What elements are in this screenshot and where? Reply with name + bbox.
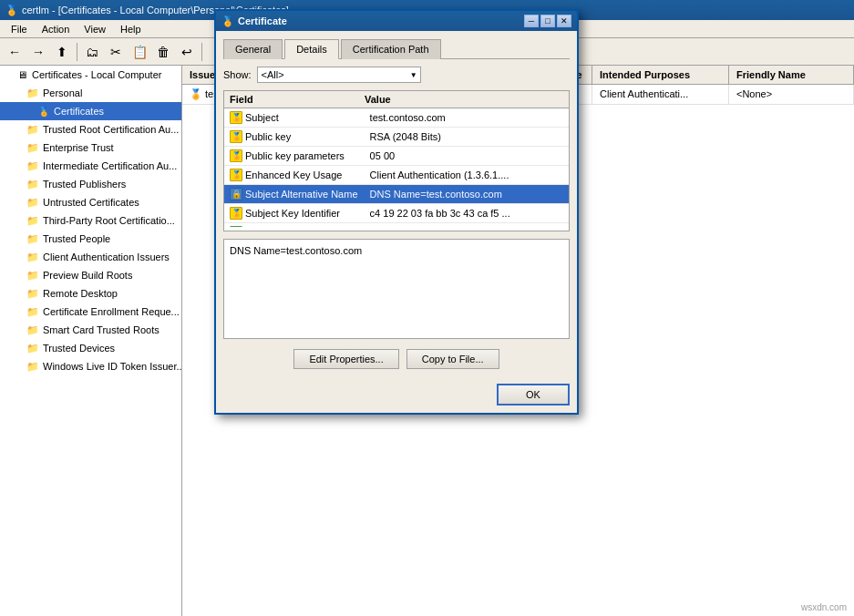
dialog-close-btn[interactable]: ✕ (557, 15, 571, 27)
details-row-eku[interactable]: 🏅 Enhanced Key Usage Client Authenticati… (224, 166, 569, 185)
dialog-title-bar: 🏅 Certificate ─ □ ✕ (216, 11, 577, 31)
field-column-header: Field (224, 91, 359, 108)
field-value-ski: c4 19 22 03 fa bb 3c 43 ca f5 ... (365, 204, 569, 222)
field-icon-san: 🔒 (230, 188, 242, 200)
ok-button[interactable]: OK (497, 384, 570, 406)
tab-general[interactable]: General (223, 39, 283, 59)
show-select-wrapper[interactable]: <All> Version 1 Fields Only Extensions O… (257, 67, 421, 83)
field-icon-subject: 🏅 (230, 111, 242, 124)
show-select[interactable]: <All> Version 1 Fields Only Extensions O… (257, 67, 421, 83)
tab-certification-path[interactable]: Certification Path (341, 39, 441, 59)
details-header: Field Value (224, 91, 569, 108)
dialog-title-controls: ─ □ ✕ (524, 15, 571, 27)
field-icon-pubkey-params: 🏅 (230, 149, 242, 162)
field-icon-ski: 🏅 (230, 207, 242, 220)
tab-details[interactable]: Details (284, 39, 339, 59)
dialog-title-text: Certificate (238, 15, 287, 26)
field-icon-key-usage: 🔑 (230, 226, 242, 227)
dialog-minimize-btn[interactable]: ─ (524, 15, 539, 27)
show-label: Show: (223, 69, 252, 80)
edit-properties-button[interactable]: Edit Properties... (293, 349, 398, 369)
field-name-eku: Enhanced Key Usage (245, 169, 342, 180)
dialog-content: General Details Certification Path Show:… (216, 31, 577, 380)
field-value-eku: Client Authentication (1.3.6.1.... (365, 166, 569, 184)
dialog-overlay: 🏅 Certificate ─ □ ✕ General Details Cert… (0, 0, 854, 616)
dialog-ok-row: OK (216, 380, 577, 413)
field-value-subject: test.contoso.com (365, 108, 569, 127)
tab-bar: General Details Certification Path (223, 38, 570, 59)
field-name-ski: Subject Key Identifier (245, 208, 340, 219)
dialog-maximize-btn[interactable]: □ (540, 15, 555, 27)
field-value-key-usage: Digital Signature, Key Encipher... (365, 223, 569, 227)
field-value-pubkey-params: 05 00 (365, 147, 569, 165)
dialog-title-icon: 🏅 (221, 15, 234, 27)
details-body: 🏅 Subject test.contoso.com 🏅 Public key … (224, 108, 569, 227)
details-row-san[interactable]: 🔒 Subject Alternative Name DNS Name=test… (224, 185, 569, 204)
field-name-pubkey: Public key (245, 131, 291, 142)
show-row: Show: <All> Version 1 Fields Only Extens… (223, 67, 570, 83)
field-value-pubkey: RSA (2048 Bits) (365, 128, 569, 146)
field-name-subject: Subject (245, 112, 279, 123)
dialog-action-buttons: Edit Properties... Copy to File... (223, 349, 570, 369)
field-name-san: Subject Alternative Name (245, 189, 358, 200)
certificate-dialog: 🏅 Certificate ─ □ ✕ General Details Cert… (214, 9, 579, 415)
field-value-san: DNS Name=test.contoso.com (365, 185, 569, 203)
field-name-pubkey-params: Public key parameters (245, 150, 345, 161)
value-column-header: Value (359, 91, 556, 108)
details-row-pubkey[interactable]: 🏅 Public key RSA (2048 Bits) (224, 128, 569, 147)
field-icon-pubkey: 🏅 (230, 130, 242, 143)
value-textarea[interactable] (223, 239, 570, 339)
details-row-subject[interactable]: 🏅 Subject test.contoso.com (224, 108, 569, 128)
details-row-pubkey-params[interactable]: 🏅 Public key parameters 05 00 (224, 147, 569, 166)
details-row-key-usage[interactable]: 🔑 Key Usage Digital Signature, Key Encip… (224, 223, 569, 227)
copy-to-file-button[interactable]: Copy to File... (406, 349, 499, 369)
details-row-ski[interactable]: 🏅 Subject Key Identifier c4 19 22 03 fa … (224, 204, 569, 223)
details-table: Field Value 🏅 Subject test.contoso.com (223, 90, 570, 231)
field-icon-eku: 🏅 (230, 169, 242, 181)
